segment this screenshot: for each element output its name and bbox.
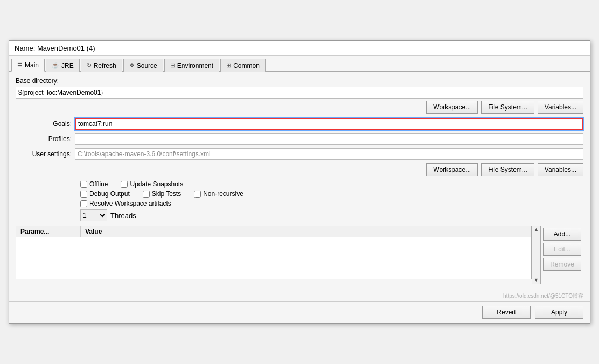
checkbox-resolve-workspace[interactable]: Resolve Workspace artifacts xyxy=(80,200,171,207)
remove-button[interactable]: Remove xyxy=(543,258,581,271)
offline-checkbox[interactable] xyxy=(80,181,87,188)
checkbox-non-recursive[interactable]: Non-recursive xyxy=(194,190,243,198)
file-system-btn-top[interactable]: File System... xyxy=(481,101,534,114)
variables-btn-top[interactable]: Variables... xyxy=(538,101,583,114)
tab-main-label: Main xyxy=(25,61,39,69)
debug-output-checkbox[interactable] xyxy=(80,191,87,198)
col-param-header: Parame... xyxy=(16,226,81,237)
scroll-down-arrow[interactable]: ▼ xyxy=(533,276,540,284)
title-value: MavenDemo01 (4) xyxy=(37,44,95,52)
edit-button[interactable]: Edit... xyxy=(543,243,581,256)
checkboxes-section: Offline Update Snapshots Debug Output Sk… xyxy=(80,180,583,221)
file-system-btn-bottom[interactable]: File System... xyxy=(481,163,534,176)
debug-output-label: Debug Output xyxy=(89,190,130,198)
checkbox-debug-output[interactable]: Debug Output xyxy=(80,190,130,198)
form-grid: Goals: Profiles: User settings: xyxy=(16,118,583,160)
checkbox-row-2: Debug Output Skip Tests Non-recursive xyxy=(80,190,583,198)
threads-label: Threads xyxy=(110,212,136,220)
tab-refresh[interactable]: ↻ Refresh xyxy=(81,59,122,72)
tab-jre-label: JRE xyxy=(61,62,74,69)
checkbox-offline[interactable]: Offline xyxy=(80,180,108,188)
table-header: Parame... Value xyxy=(16,226,531,237)
scroll-up-arrow[interactable]: ▲ xyxy=(533,226,540,233)
table-main: Parame... Value xyxy=(16,226,531,279)
tab-jre[interactable]: ☕ JRE xyxy=(46,59,80,72)
workspace-btn-top[interactable]: Workspace... xyxy=(426,101,478,114)
workspace-btn-bottom[interactable]: Workspace... xyxy=(426,163,478,176)
scrollbar[interactable]: ▲ ▼ xyxy=(532,226,540,284)
source-icon: ❖ xyxy=(129,62,135,69)
base-dir-label: Base directory: xyxy=(16,77,583,85)
goals-input[interactable] xyxy=(75,118,583,130)
main-icon: ☰ xyxy=(17,62,23,69)
base-dir-input[interactable] xyxy=(16,87,583,99)
watermark: https://old.csdn.net/@51CTO博客 xyxy=(9,292,590,301)
profiles-label: Profiles: xyxy=(16,135,75,143)
col-value-header: Value xyxy=(81,226,531,237)
variables-btn-bottom[interactable]: Variables... xyxy=(538,163,583,176)
add-button[interactable]: Add... xyxy=(543,228,581,241)
goals-label: Goals: xyxy=(16,120,75,128)
user-settings-btn-row: Workspace... File System... Variables... xyxy=(16,163,583,176)
resolve-workspace-label: Resolve Workspace artifacts xyxy=(89,200,171,207)
checkbox-row-3: Resolve Workspace artifacts xyxy=(80,200,583,207)
tab-source[interactable]: ❖ Source xyxy=(123,59,163,72)
user-settings-label: User settings: xyxy=(16,150,75,158)
parameters-table: Parame... Value xyxy=(16,226,532,279)
checkbox-row-1: Offline Update Snapshots xyxy=(80,180,583,188)
checkbox-update-snapshots[interactable]: Update Snapshots xyxy=(121,180,183,188)
footer: Revert Apply xyxy=(9,301,590,323)
update-snapshots-label: Update Snapshots xyxy=(130,180,183,188)
revert-button[interactable]: Revert xyxy=(482,306,531,319)
offline-label: Offline xyxy=(89,180,108,188)
threads-row: 1 2 4 8 Threads xyxy=(80,209,583,221)
tab-common[interactable]: ⊞ Common xyxy=(220,59,266,72)
tab-source-label: Source xyxy=(137,62,157,69)
tab-environment-label: Environment xyxy=(177,62,213,69)
skip-tests-checkbox[interactable] xyxy=(143,191,150,198)
skip-tests-label: Skip Tests xyxy=(152,190,181,198)
base-dir-btn-row: Workspace... File System... Variables... xyxy=(16,101,583,114)
table-sidebar: Add... Edit... Remove xyxy=(540,226,583,284)
title-label: Name: xyxy=(15,44,35,52)
common-icon: ⊞ xyxy=(226,62,231,69)
tab-common-label: Common xyxy=(233,62,260,69)
update-snapshots-checkbox[interactable] xyxy=(121,181,128,188)
main-content: Base directory: Workspace... File System… xyxy=(9,72,590,292)
tab-environment[interactable]: ⊟ Environment xyxy=(164,59,219,72)
resolve-workspace-checkbox[interactable] xyxy=(80,200,87,207)
tab-bar: ☰ Main ☕ JRE ↻ Refresh ❖ Source ⊟ Enviro… xyxy=(9,56,590,72)
jre-icon: ☕ xyxy=(52,62,59,69)
dialog: Name: MavenDemo01 (4) ☰ Main ☕ JRE ↻ Ref… xyxy=(9,40,590,324)
title-bar: Name: MavenDemo01 (4) xyxy=(9,41,590,56)
checkbox-skip-tests[interactable]: Skip Tests xyxy=(143,190,181,198)
environment-icon: ⊟ xyxy=(170,62,175,69)
threads-select[interactable]: 1 2 4 8 xyxy=(80,209,107,221)
user-settings-input[interactable] xyxy=(75,148,583,160)
refresh-icon: ↻ xyxy=(87,62,92,69)
tab-main[interactable]: ☰ Main xyxy=(11,59,45,72)
tab-refresh-label: Refresh xyxy=(94,62,116,69)
non-recursive-label: Non-recursive xyxy=(203,190,243,198)
apply-button[interactable]: Apply xyxy=(535,306,583,319)
non-recursive-checkbox[interactable] xyxy=(194,191,201,198)
profiles-input[interactable] xyxy=(75,133,583,145)
